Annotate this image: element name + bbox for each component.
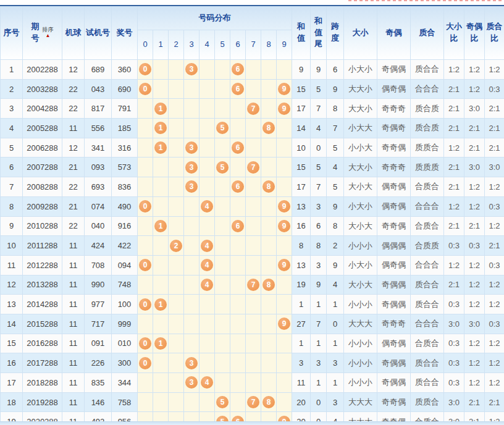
cell-machine: 11	[62, 255, 85, 275]
table-row: 1320142881197710001111小小小奇偶偶质合合0:31:21:2	[1, 295, 504, 314]
distribution-cell-3	[184, 216, 200, 236]
cell-sum: 8	[292, 236, 311, 256]
distribution-cell-4: 4	[200, 373, 215, 393]
table-row: 1420152881171799992770大大大奇奇奇合合合3:03:00:3	[1, 314, 504, 334]
cell-machine: 11	[62, 353, 85, 373]
sort-control[interactable]: 排序 ▲	[43, 27, 54, 38]
cell-test: 990	[85, 275, 112, 295]
distribution-cell-0	[138, 275, 153, 295]
cell-size_ratio: 0:3	[444, 295, 464, 314]
number-ball: 2	[170, 240, 182, 252]
cell-seq: 17	[1, 373, 23, 393]
cell-period: 2009288	[23, 196, 62, 216]
cell-span: 8	[327, 99, 344, 119]
cell-prime_ratio: 0:3	[485, 79, 504, 99]
cell-size: 大小大	[344, 216, 377, 236]
col-header-prime-ratio: 质合 比	[485, 6, 504, 60]
distribution-cell-4	[200, 314, 215, 334]
col-header-sum-tail: 和 值 尾	[311, 6, 327, 60]
clipped-footer-header	[0, 421, 504, 425]
cell-prime: 质质质	[411, 158, 444, 177]
cell-period: 2010288	[23, 216, 62, 236]
number-ball: 0	[139, 357, 151, 369]
cell-size_ratio: 0:3	[444, 334, 464, 353]
cell-parity: 偶偶偶	[377, 236, 411, 256]
cell-tail: 6	[311, 216, 327, 236]
cell-prime_ratio: 3:0	[485, 158, 504, 177]
cell-tail: 5	[311, 79, 327, 99]
distribution-cell-9: 9	[277, 255, 292, 275]
distribution-cell-5: 5	[215, 392, 230, 412]
distribution-cell-6: 6	[230, 216, 246, 236]
table-row: 52006288123413161361005小小大奇奇偶质质合1:22:12:…	[1, 138, 504, 158]
cell-tail: 1	[311, 373, 327, 393]
distribution-cell-9: 9	[277, 196, 292, 216]
cell-size: 大小大	[344, 177, 377, 197]
cell-tail: 0	[311, 392, 327, 412]
cell-parity_ratio: 3:0	[464, 158, 485, 177]
number-ball: 0	[139, 200, 151, 212]
cell-seq: 6	[1, 158, 23, 177]
distribution-cell-2	[169, 60, 184, 80]
cell-test: 693	[85, 177, 112, 197]
col-header-distribution: 号码分布	[138, 6, 292, 30]
cell-prime_ratio: 1:2	[485, 295, 504, 314]
number-ball: 3	[185, 63, 198, 75]
cell-test: 146	[85, 392, 112, 412]
cell-tail: 3	[311, 255, 327, 275]
cell-period: 2007288	[23, 158, 62, 177]
col-header-size: 大小	[344, 6, 377, 60]
cell-prize: 185	[112, 119, 138, 138]
distribution-cell-1: 1	[153, 119, 169, 138]
cell-parity_ratio: 2:1	[464, 138, 485, 158]
distribution-cell-3	[184, 99, 200, 119]
distribution-cell-4	[200, 119, 215, 138]
cell-parity: 奇偶偶	[377, 373, 411, 393]
distribution-cell-6	[230, 99, 246, 119]
number-ball: 3	[185, 357, 198, 369]
cell-parity: 偶奇偶	[377, 334, 411, 353]
cell-tail: 7	[311, 314, 327, 334]
cell-span: 4	[327, 275, 344, 295]
distribution-cell-2	[169, 392, 184, 412]
number-ball: 9	[278, 318, 290, 330]
cell-sum: 15	[292, 79, 311, 99]
cell-machine: 11	[62, 236, 85, 256]
distribution-cell-7: 7	[246, 99, 261, 119]
cell-size_ratio: 0:3	[444, 373, 464, 393]
distribution-cell-6: 6	[230, 79, 246, 99]
cell-machine: 12	[62, 60, 85, 80]
distribution-cell-7: 7	[246, 158, 261, 177]
cell-seq: 10	[1, 236, 23, 256]
distribution-cell-6	[230, 392, 246, 412]
cell-size_ratio: 0:3	[444, 353, 464, 373]
distribution-cell-4	[200, 60, 215, 80]
cell-seq: 18	[1, 392, 23, 412]
distribution-cell-3: 3	[184, 373, 200, 393]
cell-size_ratio: 3:0	[444, 392, 464, 412]
cell-seq: 16	[1, 353, 23, 373]
cell-prize: 490	[112, 196, 138, 216]
number-ball: 6	[232, 141, 244, 154]
distribution-cell-0	[138, 158, 153, 177]
number-ball: 0	[139, 298, 151, 311]
cell-test: 424	[85, 236, 112, 256]
cell-parity: 偶奇偶	[377, 79, 411, 99]
cell-parity: 奇奇奇	[377, 314, 411, 334]
distribution-cell-1	[153, 373, 169, 393]
cell-prize: 100	[112, 295, 138, 314]
distribution-cell-5	[215, 314, 230, 334]
cell-test: 835	[85, 373, 112, 393]
distribution-cell-1	[153, 275, 169, 295]
distribution-cell-3: 3	[184, 353, 200, 373]
table-row: 112012288117080940491339小大小偶奇偶合合合1:21:20…	[1, 255, 504, 275]
cell-prize: 010	[112, 334, 138, 353]
col-header-test: 试机号	[85, 6, 112, 60]
cell-period: 2012288	[23, 255, 62, 275]
distribution-cell-7	[246, 236, 261, 256]
cell-test: 093	[85, 158, 112, 177]
col-header-period[interactable]: 期 号 排序 ▲	[23, 6, 62, 60]
cell-sum: 19	[292, 275, 311, 295]
cell-parity: 奇奇偶	[377, 216, 411, 236]
cell-period: 2016288	[23, 334, 62, 353]
